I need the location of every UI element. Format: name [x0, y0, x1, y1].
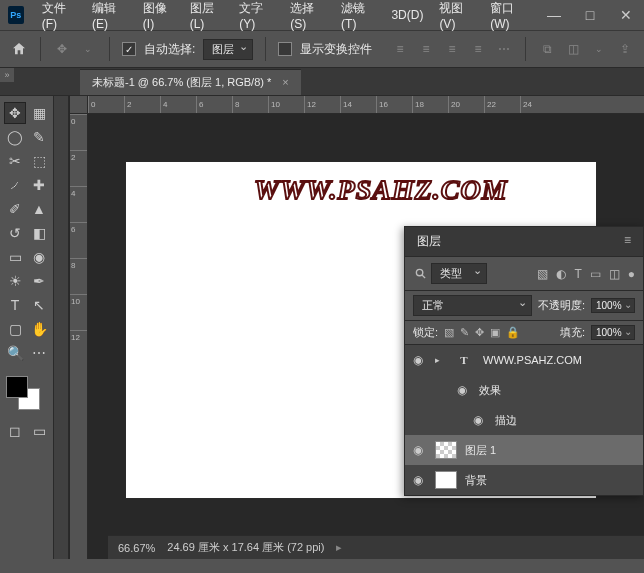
- stamp-tool[interactable]: ▲: [28, 198, 50, 220]
- search-icon[interactable]: [413, 268, 427, 279]
- layer-item-raster[interactable]: ◉ 图层 1: [405, 435, 643, 465]
- lock-artboard-icon[interactable]: ▣: [490, 326, 500, 339]
- eraser-tool[interactable]: ◧: [28, 222, 50, 244]
- layers-panel-title[interactable]: 图层: [417, 233, 441, 250]
- collapsed-panel-toggle[interactable]: »: [0, 68, 14, 82]
- menu-window[interactable]: 窗口(W): [482, 0, 536, 31]
- move-tool[interactable]: ✥: [4, 102, 26, 124]
- blur-tool[interactable]: ◉: [28, 246, 50, 268]
- align-icon[interactable]: ≡: [469, 40, 487, 58]
- visibility-toggle[interactable]: ◉: [473, 413, 487, 427]
- pen-tool[interactable]: ✒: [28, 270, 50, 292]
- menu-3d[interactable]: 3D(D): [383, 8, 431, 22]
- lock-pixels-icon[interactable]: ▧: [444, 326, 454, 339]
- filter-type-icon[interactable]: T: [574, 267, 581, 281]
- visibility-toggle[interactable]: ◉: [457, 383, 471, 397]
- hand-tool[interactable]: ✋: [28, 318, 50, 340]
- align-icon[interactable]: ≡: [443, 40, 461, 58]
- menu-filter[interactable]: 滤镜(T): [333, 0, 383, 31]
- menu-image[interactable]: 图像(I): [135, 0, 182, 31]
- opacity-input[interactable]: 100%: [591, 298, 635, 313]
- screen-mode-toggle[interactable]: ▭: [29, 420, 50, 442]
- filter-shape-icon[interactable]: ▭: [590, 267, 601, 281]
- layer-name[interactable]: 图层 1: [465, 443, 496, 458]
- menu-type[interactable]: 文字(Y): [231, 0, 282, 31]
- layer-name[interactable]: WWW.PSAHZ.COM: [483, 354, 582, 366]
- chevron-down-icon[interactable]: ⌄: [79, 40, 97, 58]
- history-brush-tool[interactable]: ↺: [4, 222, 26, 244]
- auto-select-checkbox[interactable]: [122, 42, 136, 56]
- more-icon[interactable]: ⋯: [495, 40, 513, 58]
- quick-mask-toggle[interactable]: ◻: [4, 420, 25, 442]
- quick-select-tool[interactable]: ✎: [28, 126, 50, 148]
- menu-file[interactable]: 文件(F): [34, 0, 84, 31]
- layer-fx-group[interactable]: ◉ 效果: [405, 375, 643, 405]
- home-icon[interactable]: [10, 40, 28, 58]
- align-icon[interactable]: ≡: [391, 40, 409, 58]
- menu-view[interactable]: 视图(V): [431, 0, 482, 31]
- layer-name[interactable]: 背景: [465, 473, 487, 488]
- gradient-tool[interactable]: ▭: [4, 246, 26, 268]
- minimize-button[interactable]: —: [536, 0, 572, 30]
- blend-mode-dropdown[interactable]: 正常: [413, 295, 532, 316]
- vertical-ruler[interactable]: 024681012: [70, 114, 88, 559]
- eyedropper-tool[interactable]: ⟋: [4, 174, 26, 196]
- show-transform-checkbox[interactable]: [278, 42, 292, 56]
- ruler-origin[interactable]: [70, 96, 88, 114]
- visibility-toggle[interactable]: ◉: [413, 473, 427, 487]
- layer-fx-stroke[interactable]: ◉ 描边: [405, 405, 643, 435]
- horizontal-ruler[interactable]: 024681012141618202224: [88, 96, 644, 114]
- panel-menu-icon[interactable]: ≡: [624, 233, 631, 250]
- canvas-text-layer[interactable]: WWW.PSAHZ.COM: [254, 174, 508, 206]
- layer-thumb: [435, 471, 457, 489]
- filter-adjust-icon[interactable]: ◐: [556, 267, 566, 281]
- menu-select[interactable]: 选择(S): [282, 0, 333, 31]
- show-transform-label: 显示变换控件: [300, 41, 372, 58]
- menu-layer[interactable]: 图层(L): [182, 0, 232, 31]
- menu-edit[interactable]: 编辑(E): [84, 0, 135, 31]
- doc-dimensions[interactable]: 24.69 厘米 x 17.64 厘米 (72 ppi): [167, 540, 324, 555]
- marquee-tool[interactable]: ▦: [28, 102, 50, 124]
- heal-tool[interactable]: ✚: [28, 174, 50, 196]
- overflow-icon[interactable]: ◫: [564, 40, 582, 58]
- visibility-toggle[interactable]: ◉: [413, 443, 427, 457]
- lock-brush-icon[interactable]: ✎: [460, 326, 469, 339]
- divider: [265, 37, 266, 61]
- close-button[interactable]: ✕: [608, 0, 644, 30]
- foreground-color-swatch[interactable]: [6, 376, 28, 398]
- overflow-icon[interactable]: ⧉: [538, 40, 556, 58]
- auto-select-target-dropdown[interactable]: 图层: [203, 39, 253, 60]
- frame-tool[interactable]: ⬚: [28, 150, 50, 172]
- divider: [109, 37, 110, 61]
- share-icon[interactable]: ⇪: [616, 40, 634, 58]
- crop-tool[interactable]: ✂: [4, 150, 26, 172]
- filter-smart-icon[interactable]: ◫: [609, 267, 620, 281]
- edit-toolbar[interactable]: ⋯: [28, 342, 50, 364]
- shape-tool[interactable]: ▢: [4, 318, 26, 340]
- close-tab-icon[interactable]: ×: [282, 76, 288, 88]
- move-tool-icon[interactable]: ✥: [53, 40, 71, 58]
- filter-toggle-icon[interactable]: ●: [628, 267, 635, 281]
- align-icon[interactable]: ≡: [417, 40, 435, 58]
- maximize-button[interactable]: □: [572, 0, 608, 30]
- chevron-right-icon[interactable]: ▸: [336, 541, 342, 554]
- lock-position-icon[interactable]: ✥: [475, 326, 484, 339]
- document-tab[interactable]: 未标题-1 @ 66.7% (图层 1, RGB/8) * ×: [80, 69, 301, 95]
- dodge-tool[interactable]: ☀: [4, 270, 26, 292]
- layer-item-text[interactable]: ◉ ▸ T WWW.PSAHZ.COM: [405, 345, 643, 375]
- layer-filter-dropdown[interactable]: 类型: [431, 263, 487, 284]
- type-tool[interactable]: T: [4, 294, 26, 316]
- zoom-tool[interactable]: 🔍: [4, 342, 26, 364]
- fill-input[interactable]: 100%: [591, 325, 635, 340]
- chevron-right-icon[interactable]: ▸: [435, 355, 445, 365]
- lock-all-icon[interactable]: 🔒: [506, 326, 520, 339]
- path-select-tool[interactable]: ↖: [28, 294, 50, 316]
- zoom-level[interactable]: 66.67%: [118, 542, 155, 554]
- visibility-toggle[interactable]: ◉: [413, 353, 427, 367]
- lasso-tool[interactable]: ◯: [4, 126, 26, 148]
- filter-pixel-icon[interactable]: ▧: [537, 267, 548, 281]
- scroll-gutter[interactable]: [54, 96, 69, 559]
- brush-tool[interactable]: ✐: [4, 198, 26, 220]
- chevron-down-icon[interactable]: ⌄: [590, 40, 608, 58]
- layer-item-background[interactable]: ◉ 背景: [405, 465, 643, 495]
